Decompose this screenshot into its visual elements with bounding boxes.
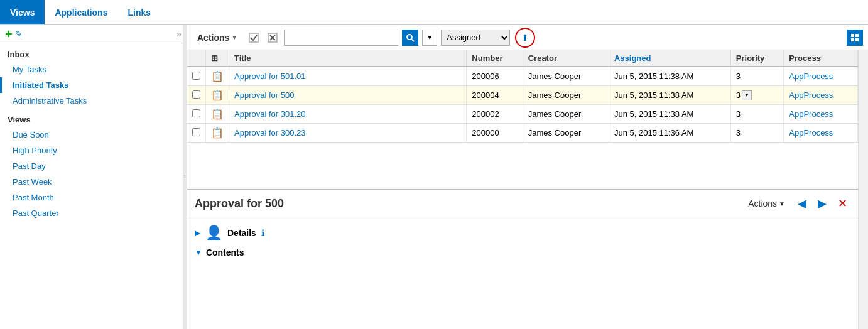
checkmark-icon[interactable] — [246, 30, 261, 45]
details-label: Details — [227, 228, 256, 238]
row-expand-cell: 📋 — [206, 105, 229, 124]
sidebar-item-administrative-tasks[interactable]: Administrative Tasks — [0, 93, 187, 109]
row-process-cell[interactable]: AppProcess — [784, 105, 858, 124]
edit-button[interactable]: ✎ — [15, 29, 23, 39]
right-scrollbar[interactable] — [858, 50, 868, 329]
sidebar-item-past-month[interactable]: Past Month — [0, 190, 187, 205]
row-checkbox[interactable] — [192, 128, 200, 136]
search-icon — [406, 33, 415, 42]
sidebar-item-my-tasks[interactable]: My Tasks — [0, 62, 187, 77]
row-process-cell[interactable]: AppProcess — [784, 67, 858, 86]
row-assigned-cell: Jun 5, 2015 11:38 AM — [609, 67, 730, 86]
sidebar-collapse-button[interactable]: » — [176, 29, 182, 39]
contents-collapse-arrow-icon: ▼ — [195, 248, 202, 257]
row-checkbox-cell[interactable] — [187, 105, 206, 124]
row-checkbox-cell[interactable] — [187, 86, 206, 105]
detail-close-button[interactable]: ✕ — [834, 195, 850, 212]
row-expand-cell: 📋 — [206, 67, 229, 86]
row-task-icon: 📋 — [211, 109, 224, 119]
priority-dropdown-button[interactable]: ▼ — [742, 90, 752, 100]
data-table: ⊞ Title Number Creator Assigned Priority… — [187, 50, 858, 143]
right-panel: Actions ▼ ▼ Assigned All Unassigned ⬆ — [187, 25, 868, 329]
row-process-cell[interactable]: AppProcess — [784, 86, 858, 105]
sidebar-toolbar: + ✎ » — [0, 25, 187, 43]
top-nav: Views Applications Links — [0, 0, 868, 25]
search-input[interactable] — [284, 30, 398, 46]
upload-button[interactable]: ⬆ — [515, 28, 535, 48]
col-creator[interactable]: Creator — [523, 50, 609, 67]
detail-content: ▶ 👤 Details ℹ ▼ Contents — [187, 217, 858, 329]
expand-all-icon[interactable]: ⊞ — [211, 53, 218, 63]
tab-views[interactable]: Views — [0, 0, 45, 24]
row-title-cell[interactable]: Approval for 300.23 — [229, 124, 467, 143]
sidebar-resizer[interactable]: ⋮ — [183, 25, 187, 329]
table-row[interactable]: 📋 Approval for 301.20 200002 James Coope… — [187, 105, 858, 124]
add-button[interactable]: + — [5, 28, 13, 40]
row-process-link[interactable]: AppProcess — [789, 128, 833, 138]
col-title[interactable]: Title — [229, 50, 467, 67]
priority-value: 3 — [736, 109, 741, 119]
row-title-link[interactable]: Approval for 300.23 — [234, 128, 305, 138]
table-row[interactable]: 📋 Approval for 501.01 200006 James Coope… — [187, 67, 858, 86]
sidebar-item-high-priority[interactable]: High Priority — [0, 143, 187, 158]
contents-section-header[interactable]: ▼ Contents — [195, 244, 850, 260]
col-number[interactable]: Number — [467, 50, 523, 67]
detail-back-button[interactable]: ◀ — [794, 195, 810, 212]
details-section-row[interactable]: ▶ 👤 Details ℹ — [195, 222, 850, 244]
svg-rect-8 — [851, 38, 854, 41]
tab-links[interactable]: Links — [117, 0, 161, 24]
sidebar-item-past-quarter[interactable]: Past Quarter — [0, 205, 187, 221]
actions-button[interactable]: Actions ▼ — [192, 30, 242, 45]
col-assigned[interactable]: Assigned — [609, 50, 730, 67]
row-process-link[interactable]: AppProcess — [789, 72, 833, 81]
row-title-link[interactable]: Approval for 301.20 — [234, 109, 305, 119]
detail-forward-button[interactable]: ▶ — [814, 195, 830, 212]
row-task-icon: 📋 — [211, 90, 224, 100]
table-row[interactable]: 📋 Approval for 300.23 200000 James Coope… — [187, 124, 858, 143]
actions-label: Actions — [197, 33, 229, 43]
svg-point-4 — [407, 35, 412, 40]
tab-applications[interactable]: Applications — [45, 0, 117, 24]
table-scroll[interactable]: ⊞ Title Number Creator Assigned Priority… — [187, 50, 858, 189]
sidebar-item-due-soon[interactable]: Due Soon — [0, 127, 187, 143]
row-process-cell[interactable]: AppProcess — [784, 124, 858, 143]
row-assigned-cell: Jun 5, 2015 11:38 AM — [609, 105, 730, 124]
person-icon: 👤 — [205, 225, 222, 241]
assigned-select[interactable]: Assigned All Unassigned — [441, 30, 510, 46]
row-title-link[interactable]: Approval for 501.01 — [234, 72, 305, 81]
row-assigned-cell: Jun 5, 2015 11:36 AM — [609, 124, 730, 143]
search-button[interactable] — [402, 30, 418, 46]
row-title-link[interactable]: Approval for 500 — [234, 90, 294, 100]
row-process-link[interactable]: AppProcess — [789, 109, 833, 119]
sidebar-item-initiated-tasks[interactable]: Initiated Tasks — [0, 77, 187, 93]
row-title-cell[interactable]: Approval for 301.20 — [229, 105, 467, 124]
row-checkbox[interactable] — [192, 90, 200, 99]
row-process-link[interactable]: AppProcess — [789, 90, 833, 100]
sidebar-item-past-week[interactable]: Past Week — [0, 174, 187, 190]
row-number-cell: 200002 — [467, 105, 523, 124]
row-checkbox[interactable] — [192, 109, 200, 117]
filter-dropdown-button[interactable]: ▼ — [422, 30, 437, 46]
svg-rect-9 — [855, 38, 859, 41]
sidebar: + ✎ » Inbox My Tasks Initiated Tasks Adm… — [0, 25, 187, 329]
table-row[interactable]: 📋 Approval for 500 200004 James Cooper J… — [187, 86, 858, 105]
sidebar-item-past-day[interactable]: Past Day — [0, 158, 187, 174]
x-icon[interactable] — [265, 30, 280, 45]
priority-value: 3 — [736, 128, 741, 138]
row-number-cell: 200004 — [467, 86, 523, 105]
row-checkbox-cell[interactable] — [187, 124, 206, 143]
row-checkbox-cell[interactable] — [187, 67, 206, 86]
grid-view-button[interactable] — [847, 30, 863, 46]
priority-dropdown: 3 ▼ — [736, 90, 778, 100]
row-title-cell[interactable]: Approval for 500 — [229, 86, 467, 105]
row-checkbox[interactable] — [192, 72, 200, 80]
row-title-cell[interactable]: Approval for 501.01 — [229, 67, 467, 86]
resizer-icon: ⋮ — [182, 174, 187, 181]
svg-line-5 — [411, 39, 414, 41]
row-creator-cell: James Cooper — [523, 86, 609, 105]
row-priority-cell: 3 ▼ — [730, 86, 783, 105]
col-priority[interactable]: Priority — [730, 50, 783, 67]
priority-dropdown: 3 — [736, 109, 778, 119]
detail-actions-button[interactable]: Actions ▼ — [743, 197, 790, 210]
col-process[interactable]: Process — [784, 50, 858, 67]
